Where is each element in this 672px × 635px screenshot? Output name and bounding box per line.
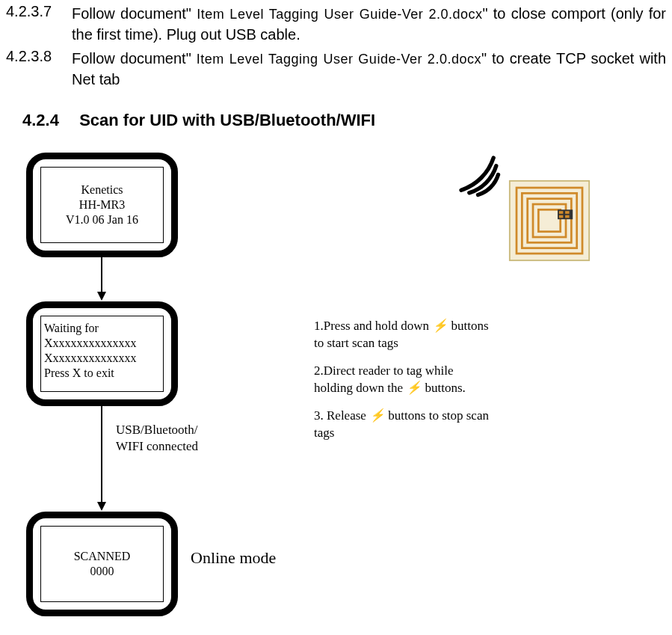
section-number: 4.2.3.8 bbox=[6, 48, 72, 90]
lightning-icon: ⚡ bbox=[370, 408, 384, 425]
doc-name: Item Level Tagging User Guide-Ver 2.0.do… bbox=[197, 52, 481, 67]
signal-waves-icon bbox=[441, 138, 508, 205]
section-number: 4.2.3.7 bbox=[6, 3, 72, 45]
line: HH-MR3 bbox=[79, 197, 125, 212]
text: buttons. bbox=[422, 381, 466, 395]
lightning-icon: ⚡ bbox=[407, 380, 421, 397]
instruction-1: 1.Press and hold down ⚡ buttons to start… bbox=[314, 318, 493, 352]
device-inner: Kenetics HH-MR3 V1.0 06 Jan 16 bbox=[40, 167, 164, 243]
text: 3. Release bbox=[314, 408, 369, 423]
heading-title: Scan for UID with USB/Bluetooth/WIFI bbox=[79, 111, 375, 129]
line: 0000 bbox=[90, 564, 114, 579]
diagram: Kenetics HH-MR3 V1.0 06 Jan 16 Waiting f… bbox=[0, 138, 672, 616]
arrow-head-icon bbox=[97, 502, 106, 511]
mode-label: Online mode bbox=[191, 548, 276, 568]
device-inner: SCANNED 0000 bbox=[40, 526, 164, 602]
device-screen-boot: Kenetics HH-MR3 V1.0 06 Jan 16 bbox=[26, 153, 178, 257]
instructions: 1.Press and hold down ⚡ buttons to start… bbox=[314, 318, 493, 453]
heading-4-2-4: 4.2.4 Scan for UID with USB/Bluetooth/WI… bbox=[22, 111, 672, 130]
line: Xxxxxxxxxxxxxxx bbox=[44, 351, 160, 366]
text-pre: Follow document" bbox=[72, 50, 197, 67]
line: Kenetics bbox=[81, 182, 123, 197]
svg-rect-8 bbox=[565, 212, 570, 215]
device-screen-waiting: Waiting for Xxxxxxxxxxxxxxx Xxxxxxxxxxxx… bbox=[26, 301, 178, 406]
device-screen-scanned: SCANNED 0000 bbox=[26, 512, 178, 616]
line: SCANNED bbox=[74, 549, 131, 564]
line: USB/Bluetooth/ bbox=[116, 422, 198, 438]
rfid-tag-icon bbox=[508, 180, 591, 262]
arrow-label-connection: USB/Bluetooth/ WIFI connected bbox=[116, 422, 198, 455]
section-text: Follow document" Item Level Tagging User… bbox=[72, 3, 666, 45]
section-4-2-3-7: 4.2.3.7 Follow document" Item Level Tagg… bbox=[0, 3, 672, 45]
text-pre: Follow document" bbox=[72, 5, 197, 22]
arrow-line bbox=[101, 406, 102, 503]
instruction-2: 2.Direct reader to tag while holding dow… bbox=[314, 363, 493, 397]
arrow-head-icon bbox=[97, 292, 106, 301]
line: V1.0 06 Jan 16 bbox=[66, 212, 138, 227]
section-text: Follow document" Item Level Tagging User… bbox=[72, 48, 666, 90]
line: Xxxxxxxxxxxxxxx bbox=[44, 336, 160, 351]
device-inner: Waiting for Xxxxxxxxxxxxxxx Xxxxxxxxxxxx… bbox=[40, 316, 164, 392]
line: WIFI connected bbox=[116, 438, 198, 455]
line: Waiting for bbox=[44, 321, 160, 336]
text: 1.Press and hold down bbox=[314, 319, 432, 333]
svg-rect-7 bbox=[559, 212, 564, 215]
svg-rect-9 bbox=[559, 215, 564, 218]
doc-name: Item Level Tagging User Guide-Ver 2.0.do… bbox=[197, 7, 482, 22]
heading-number: 4.2.4 bbox=[22, 111, 75, 130]
lightning-icon: ⚡ bbox=[433, 318, 447, 335]
svg-rect-10 bbox=[565, 215, 570, 218]
line: Press X to exit bbox=[44, 366, 160, 381]
section-4-2-3-8: 4.2.3.8 Follow document" Item Level Tagg… bbox=[0, 48, 672, 90]
arrow-line bbox=[101, 257, 102, 293]
instruction-3: 3. Release ⚡ buttons to stop scan tags bbox=[314, 408, 493, 442]
